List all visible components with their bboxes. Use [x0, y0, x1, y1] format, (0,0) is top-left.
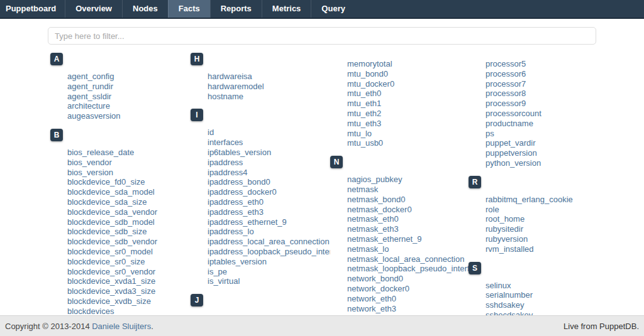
fact-link-agent_config[interactable]: agent_config — [67, 72, 114, 81]
fact-link-netmask_ethernet_9[interactable]: netmask_ethernet_9 — [347, 234, 422, 244]
fact-link-blockdevice_sda_model[interactable]: blockdevice_sda_model — [67, 187, 155, 197]
fact-link-blockdevice_sdb_vendor[interactable]: blockdevice_sdb_vendor — [67, 237, 157, 246]
fact-link-puppet_vardir[interactable]: puppet_vardir — [486, 138, 536, 148]
fact-link-ps[interactable]: ps — [486, 129, 494, 138]
fact-link-netmask_eth0[interactable]: netmask_eth0 — [347, 214, 399, 224]
fact-link-network_eth3[interactable]: network_eth3 — [347, 304, 396, 313]
fact-link-puppetversion[interactable]: puppetversion — [486, 148, 537, 158]
fact-link-ip6tables_version[interactable]: ip6tables_version — [208, 148, 271, 157]
fact-link-ipaddress_local_area_connection[interactable]: ipaddress_local_area_connection — [208, 237, 330, 246]
fact-link-netmask[interactable]: netmask — [347, 185, 378, 194]
fact-link-serialnumber[interactable]: serialnumber — [486, 290, 533, 300]
fact-link-mtu_docker0[interactable]: mtu_docker0 — [347, 79, 394, 89]
fact-link-blockdevice_sda_vendor[interactable]: blockdevice_sda_vendor — [67, 207, 157, 217]
author-link[interactable]: Daniele Sluijters — [92, 322, 151, 331]
fact-link-blockdevice_sda_size[interactable]: blockdevice_sda_size — [67, 197, 147, 207]
fact-link-blockdevice_fd0_size[interactable]: blockdevice_fd0_size — [67, 177, 145, 187]
fact-item: blockdevice_sdb_size — [67, 227, 190, 237]
filter-input[interactable] — [48, 27, 596, 45]
nav-brand-puppetboard[interactable]: Puppetboard — [0, 0, 65, 18]
fact-link-netmask_local_area_connection[interactable]: netmask_local_area_connection — [347, 254, 464, 264]
fact-link-id[interactable]: id — [208, 127, 214, 137]
tab-nodes[interactable]: Nodes — [122, 0, 168, 18]
fact-link-blockdevice_sr0_vendor[interactable]: blockdevice_sr0_vendor — [67, 267, 155, 276]
fact-link-network_bond0[interactable]: network_bond0 — [347, 274, 403, 283]
fact-link-blockdevice_sdb_model[interactable]: blockdevice_sdb_model — [67, 217, 155, 227]
fact-link-blockdevice_sr0_size[interactable]: blockdevice_sr0_size — [67, 257, 145, 266]
fact-link-architecture[interactable]: architecture — [67, 101, 110, 111]
fact-link-interfaces[interactable]: interfaces — [208, 138, 243, 147]
fact-link-mtu_eth1[interactable]: mtu_eth1 — [347, 99, 381, 108]
fact-link-selinux[interactable]: selinux — [486, 281, 511, 290]
fact-link-ipaddress_lo[interactable]: ipaddress_lo — [208, 227, 254, 236]
fact-link-ipaddress_ethernet_9[interactable]: ipaddress_ethernet_9 — [208, 217, 287, 227]
fact-link-agent_rundir[interactable]: agent_rundir — [67, 82, 113, 91]
fact-link-rvm_installed[interactable]: rvm_installed — [486, 244, 534, 254]
fact-link-blockdevice_xvda3_size[interactable]: blockdevice_xvda3_size — [67, 286, 155, 296]
fact-link-netmask_loopback_pseudo_interface[interactable]: netmask_loopback_pseudo_interface — [347, 264, 470, 273]
tab-metrics[interactable]: Metrics — [262, 0, 311, 18]
fact-link-hostname[interactable]: hostname — [208, 92, 243, 101]
fact-link-processor7[interactable]: processor7 — [486, 79, 526, 89]
tab-overview[interactable]: Overview — [65, 0, 122, 18]
fact-link-ipaddress_docker0[interactable]: ipaddress_docker0 — [208, 187, 277, 197]
fact-link-productname[interactable]: productname — [486, 119, 533, 128]
fact-link-bios_version[interactable]: bios_version — [67, 168, 113, 177]
fact-link-processor5[interactable]: processor5 — [486, 59, 526, 68]
fact-link-rubysitedir[interactable]: rubysitedir — [486, 224, 523, 234]
fact-link-memorytotal[interactable]: memorytotal — [347, 59, 392, 68]
fact-link-rubyversion[interactable]: rubyversion — [486, 234, 528, 244]
fact-link-blockdevice_xvda1_size[interactable]: blockdevice_xvda1_size — [67, 276, 155, 286]
fact-item: agent_config — [67, 72, 190, 82]
fact-item: processor5 — [486, 59, 616, 69]
fact-link-mtu_usb0[interactable]: mtu_usb0 — [347, 138, 383, 148]
fact-link-ipaddress_eth3[interactable]: ipaddress_eth3 — [208, 207, 264, 217]
fact-link-sshdsakey[interactable]: sshdsakey — [486, 300, 524, 310]
fact-link-hardwareisa[interactable]: hardwareisa — [208, 72, 252, 81]
fact-link-augeasversion[interactable]: augeasversion — [67, 111, 121, 121]
fact-item: is_pe — [208, 267, 330, 277]
fact-link-processorcount[interactable]: processorcount — [486, 109, 541, 118]
fact-link-netmask_docker0[interactable]: netmask_docker0 — [347, 205, 412, 214]
fact-link-ipaddress_loopback_pseudo_interface[interactable]: ipaddress_loopback_pseudo_interface — [208, 247, 330, 256]
fact-link-mtu_bond0[interactable]: mtu_bond0 — [347, 69, 388, 79]
fact-link-hardwaremodel[interactable]: hardwaremodel — [208, 82, 264, 91]
fact-link-ipaddress4[interactable]: ipaddress4 — [208, 168, 248, 177]
fact-link-netmask_bond0[interactable]: netmask_bond0 — [347, 195, 406, 204]
fact-link-network_eth0[interactable]: network_eth0 — [347, 294, 396, 303]
tab-query[interactable]: Query — [311, 0, 355, 18]
tab-reports[interactable]: Reports — [210, 0, 262, 18]
fact-link-netmask_eth3[interactable]: netmask_eth3 — [347, 224, 399, 234]
fact-link-role[interactable]: role — [486, 205, 499, 214]
fact-link-python_version[interactable]: python_version — [486, 158, 541, 168]
fact-link-mtu_eth2[interactable]: mtu_eth2 — [347, 109, 381, 118]
fact-link-nagios_pubkey[interactable]: nagios_pubkey — [347, 175, 402, 184]
fact-link-is_virtual[interactable]: is_virtual — [208, 276, 240, 286]
fact-link-blockdevice_sr0_model[interactable]: blockdevice_sr0_model — [67, 247, 153, 256]
fact-link-is_pe[interactable]: is_pe — [208, 267, 227, 276]
fact-link-bios_vendor[interactable]: bios_vendor — [67, 158, 112, 167]
fact-link-rabbitmq_erlang_cookie[interactable]: rabbitmq_erlang_cookie — [486, 195, 573, 204]
fact-item: memorytotal — [347, 59, 470, 69]
fact-link-bios_release_date[interactable]: bios_release_date — [67, 148, 134, 157]
fact-link-processor9[interactable]: processor9 — [486, 99, 526, 108]
tab-facts[interactable]: Facts — [168, 0, 210, 18]
fact-link-ipaddress_bond0[interactable]: ipaddress_bond0 — [208, 177, 270, 187]
fact-link-blockdevice_sdb_size[interactable]: blockdevice_sdb_size — [67, 227, 147, 236]
fact-link-processor6[interactable]: processor6 — [486, 69, 526, 79]
fact-link-ipaddress_eth0[interactable]: ipaddress_eth0 — [208, 197, 264, 207]
fact-link-blockdevice_xvdb_size[interactable]: blockdevice_xvdb_size — [67, 296, 151, 306]
fact-link-network_docker0[interactable]: network_docker0 — [347, 284, 409, 293]
fact-item: ipaddress_lo — [208, 227, 330, 237]
fact-link-mtu_eth3[interactable]: mtu_eth3 — [347, 119, 381, 128]
fact-link-mtu_eth0[interactable]: mtu_eth0 — [347, 89, 381, 98]
fact-link-ipaddress[interactable]: ipaddress — [208, 158, 243, 167]
fact-item: puppetversion — [486, 148, 616, 158]
fact-link-mtu_lo[interactable]: mtu_lo — [347, 129, 372, 138]
fact-link-root_home[interactable]: root_home — [486, 214, 525, 224]
fact-link-agent_ssldir[interactable]: agent_ssldir — [67, 92, 111, 101]
fact-link-netmask_lo[interactable]: netmask_lo — [347, 244, 389, 254]
fact-link-blockdevices[interactable]: blockdevices — [67, 306, 114, 316]
fact-link-iptables_version[interactable]: iptables_version — [208, 257, 267, 266]
fact-link-processor8[interactable]: processor8 — [486, 89, 526, 98]
